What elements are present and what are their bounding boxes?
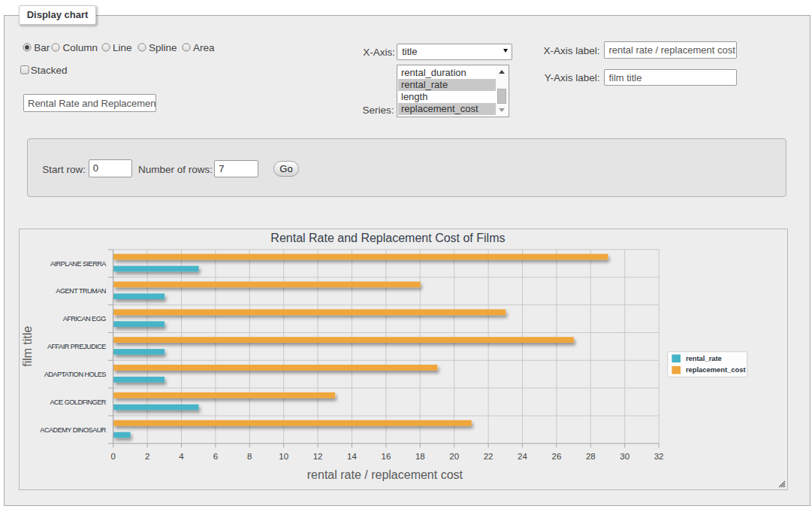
- svg-text:18: 18: [415, 452, 424, 461]
- svg-text:28: 28: [585, 452, 595, 461]
- svg-text:30: 30: [620, 452, 629, 461]
- svg-text:replacement_cost: replacement_cost: [685, 365, 745, 374]
- svg-text:ACADEMY DINOSAUR: ACADEMY DINOSAUR: [40, 426, 106, 433]
- svg-text:8: 8: [247, 452, 252, 461]
- svg-text:16: 16: [381, 452, 391, 461]
- svg-text:ADAPTATION HOLES: ADAPTATION HOLES: [44, 371, 106, 378]
- svg-text:AFFAIR PREJUDICE: AFFAIR PREJUDICE: [47, 343, 106, 350]
- svg-text:20: 20: [449, 452, 459, 461]
- svg-text:12: 12: [312, 452, 322, 461]
- svg-text:0: 0: [110, 452, 115, 461]
- svg-text:22: 22: [483, 452, 493, 461]
- svg-text:10: 10: [279, 452, 288, 461]
- svg-text:AIRPLANE SIERRA: AIRPLANE SIERRA: [50, 259, 107, 267]
- svg-text:AFRICAN EGG: AFRICAN EGG: [62, 315, 106, 323]
- svg-text:4: 4: [179, 452, 184, 461]
- svg-text:26: 26: [551, 452, 561, 461]
- svg-text:rental rate / replacement cost: rental rate / replacement cost: [306, 468, 463, 480]
- svg-text:rental_rate: rental_rate: [685, 354, 721, 362]
- svg-text:14: 14: [347, 452, 357, 461]
- svg-text:32: 32: [654, 452, 663, 461]
- svg-text:2: 2: [144, 452, 149, 461]
- svg-text:AGENT TRUMAN: AGENT TRUMAN: [56, 287, 106, 295]
- svg-text:6: 6: [213, 452, 217, 461]
- svg-text:24: 24: [518, 452, 527, 461]
- svg-text:Rental Rate and Replacement Co: Rental Rate and Replacement Cost of Film…: [270, 232, 505, 244]
- svg-text:film title: film title: [21, 326, 34, 366]
- svg-text:ACE GOLDFINGER: ACE GOLDFINGER: [50, 398, 106, 405]
